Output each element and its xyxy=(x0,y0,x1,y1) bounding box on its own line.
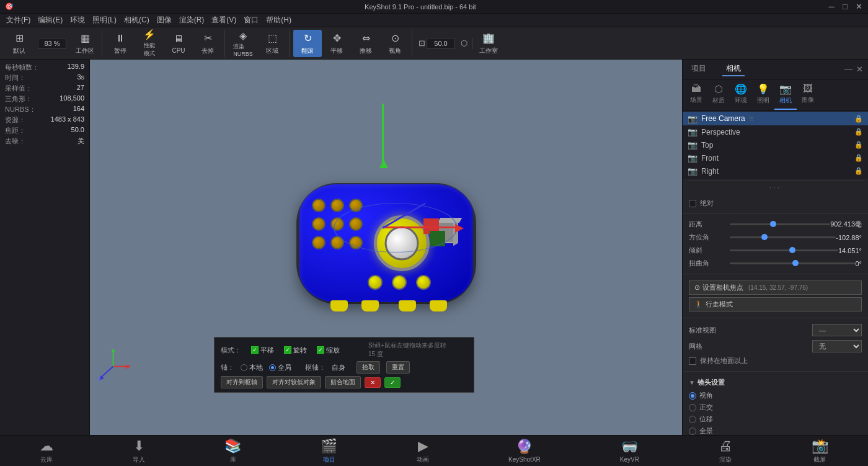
tab-camera[interactable]: 相机 xyxy=(722,62,745,76)
footer-keyshotxr[interactable]: 🔮 KeyShotXR xyxy=(501,436,548,465)
move-checkbox[interactable]: ✓ xyxy=(251,346,259,354)
toolbar-render-group: ◈ 渲染 NURBS ⬚ 区域 xyxy=(226,30,290,57)
focal-stats-row: 焦距： 50.0 xyxy=(2,125,87,136)
inclination-slider[interactable] xyxy=(730,249,838,251)
fov-option[interactable]: 视角 xyxy=(689,390,862,401)
menu-camera[interactable]: 相机(C) xyxy=(120,14,153,27)
zoom-input[interactable] xyxy=(38,38,66,49)
scale-checkbox[interactable]: ✓ xyxy=(317,346,324,354)
menu-window[interactable]: 窗口 xyxy=(240,14,262,27)
push-button[interactable]: ⇔ 推移 xyxy=(352,30,380,57)
menu-file[interactable]: 文件(F) xyxy=(2,14,34,27)
menu-image[interactable]: 图像 xyxy=(153,14,175,27)
twist-slider[interactable] xyxy=(730,262,855,264)
footer-animation[interactable]: ▶ 动画 xyxy=(409,436,436,467)
footer-import[interactable]: ⬇ 导入 xyxy=(125,436,153,467)
sub-tab-materials[interactable]: ⬡ 材质 xyxy=(707,79,730,110)
menu-view[interactable]: 查看(V) xyxy=(208,14,240,27)
confirm-button[interactable]: ✓ xyxy=(384,377,401,388)
render-nurbs-button[interactable]: ◈ 渲染 NURBS xyxy=(229,30,257,57)
snap-button[interactable]: 拾取 xyxy=(356,361,380,374)
keep-ground-checkbox[interactable] xyxy=(689,357,696,365)
cancel-button[interactable]: ✕ xyxy=(365,377,381,388)
footer-project[interactable]: 🎬 项目 xyxy=(313,436,345,467)
work-area-button[interactable]: ▦ 工作区 xyxy=(71,30,99,57)
panel-minimize-icon[interactable]: — xyxy=(844,65,852,74)
shift-option[interactable]: 位移 xyxy=(689,413,862,425)
focal-point-button[interactable]: ⊙ 设置相机焦点 (14.15, 32.57, -97.76) xyxy=(689,280,862,295)
distance-slider-container xyxy=(730,223,830,225)
local-dot[interactable] xyxy=(241,364,247,371)
sub-tab-image[interactable]: 🖼 图像 xyxy=(797,79,819,110)
align-low-button[interactable]: 对齐对较低对象 xyxy=(267,376,321,388)
sub-tab-scene[interactable]: 🏔 场景 xyxy=(685,79,707,110)
menu-lighting[interactable]: 照明(L) xyxy=(89,14,120,27)
rotate-checkbox[interactable]: ✓ xyxy=(284,346,291,354)
keyvr-icon: 🥽 xyxy=(621,439,638,455)
render-icon: 🖨 xyxy=(719,438,732,454)
viewport[interactable]: X Y Z 模式： ✓ 平移 ✓ 旋转 ✓ 缩放 xyxy=(90,60,682,435)
attach-ground-button[interactable]: 贴合地面 xyxy=(325,376,361,388)
scale-label: 缩放 xyxy=(326,346,340,355)
sub-tab-camera[interactable]: 📷 相机 xyxy=(774,79,797,110)
sub-tab-environment[interactable]: 🌐 环境 xyxy=(730,79,752,110)
work-area-label: 工作区 xyxy=(76,47,94,55)
sub-tab-lighting[interactable]: 💡 照明 xyxy=(752,79,774,110)
right-panel: 项目 相机 — ✕ 🏔 场景 ⬡ 材质 🌐 环境 💡 xyxy=(682,60,868,435)
studio-button[interactable]: 🏢 工作室 xyxy=(474,30,503,57)
performance-button[interactable]: ⚡ 性能 模式 xyxy=(135,30,164,57)
align-pivot-button[interactable]: 对齐到枢轴 xyxy=(221,376,263,388)
fov-button[interactable]: ⊙ 视角 xyxy=(381,30,409,57)
camera-item-right[interactable]: 📷 Right 🔒 xyxy=(683,164,868,177)
default-button[interactable]: ⊞ 默认 xyxy=(5,30,33,57)
absolute-checkbox[interactable] xyxy=(689,200,696,207)
tumble-button[interactable]: ↻ 翻滚 xyxy=(293,30,322,57)
btn-y1 xyxy=(368,275,383,290)
walk-mode-button[interactable]: 🚶 行走模式 xyxy=(689,297,862,311)
camera-item-icon-front: 📷 xyxy=(688,153,698,163)
camera-item-icon-free: 📷 xyxy=(688,114,698,123)
menu-help[interactable]: 帮助(H) xyxy=(262,14,295,27)
remove-button[interactable]: ✂ 去掉 xyxy=(193,30,222,57)
camera-item-free[interactable]: 📷 Free Camera ≡ 🔒 xyxy=(683,112,868,125)
pan-button[interactable]: ✥ 平移 xyxy=(322,30,351,57)
pause-button[interactable]: ⏸ 暂停 xyxy=(106,30,135,57)
panorama-option[interactable]: 全景 xyxy=(689,425,862,435)
triangles-row: 三角形： 108,500 xyxy=(2,94,87,104)
lens-caret: ▼ xyxy=(689,379,695,386)
lens-header[interactable]: ▼ 镜头设置 xyxy=(689,375,862,390)
menu-render[interactable]: 渲染(R) xyxy=(175,14,208,27)
camera-item-front[interactable]: 📷 Front 🔒 xyxy=(683,151,868,164)
distance-slider[interactable] xyxy=(730,223,830,225)
close-button[interactable]: ✕ xyxy=(854,2,863,11)
footer-keyvr[interactable]: 🥽 KeyVR xyxy=(613,436,647,465)
global-dot[interactable] xyxy=(269,364,276,371)
region-button[interactable]: ⬚ 区域 xyxy=(258,30,286,57)
minimize-button[interactable]: ─ xyxy=(827,2,836,11)
ortho-option[interactable]: 正交 xyxy=(689,401,862,413)
footer-render[interactable]: 🖨 渲染 xyxy=(711,436,740,467)
pause-label: 暂停 xyxy=(114,47,126,55)
render-nurbs-label: 渲染 NURBS xyxy=(233,43,253,57)
maximize-button[interactable]: □ xyxy=(841,2,849,11)
camera-dots: ··· xyxy=(683,182,868,193)
cpu-button[interactable]: 🖥 CPU xyxy=(164,30,193,57)
tab-project[interactable]: 项目 xyxy=(688,62,710,76)
panel-close-icon[interactable]: ✕ xyxy=(856,65,863,74)
remove-label: 去掉 xyxy=(202,47,214,55)
menu-edit[interactable]: 编辑(E) xyxy=(34,14,66,27)
twist-value: 0° xyxy=(855,260,862,267)
focal-input[interactable] xyxy=(427,38,455,49)
footer-cloudlib[interactable]: ☁ 云库 xyxy=(32,436,61,467)
camera-item-perspective[interactable]: 📷 Perspective 🔒 xyxy=(683,125,868,138)
footer-library[interactable]: 📚 库 xyxy=(217,436,249,467)
azimuth-slider[interactable] xyxy=(730,236,836,238)
grid-select[interactable]: 无 xyxy=(812,340,862,352)
camera-item-top[interactable]: 📷 Top 🔒 xyxy=(683,138,868,151)
standard-view-select[interactable]: — xyxy=(812,324,862,336)
pan-icon: ✥ xyxy=(330,32,343,45)
menu-environment[interactable]: 环境 xyxy=(66,14,89,27)
footer-screenshot[interactable]: 📸 截屏 xyxy=(804,436,836,467)
samples-value: 27 xyxy=(77,84,84,93)
reset-button[interactable]: 重置 xyxy=(386,361,410,374)
